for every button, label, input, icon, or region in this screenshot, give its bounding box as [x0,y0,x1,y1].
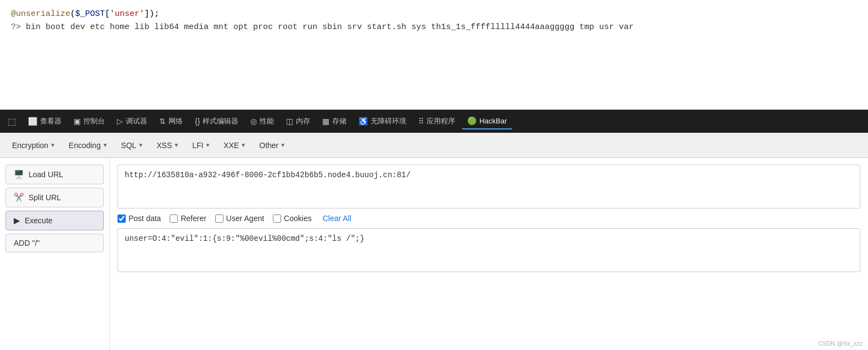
cookies-checkbox[interactable] [273,214,281,223]
devtools-nav-console[interactable]: ▣ 控制台 [68,113,110,129]
xxe-dropdown-arrow: ▼ [240,142,246,148]
url-input[interactable] [117,165,860,208]
lfi-dropdown-arrow: ▼ [205,142,210,148]
post-data-checkbox[interactable] [117,214,126,223]
xxe-dropdown[interactable]: XXE ▼ [218,139,251,152]
hackbar-toolbar: Encryption ▼ Encoding ▼ SQL ▼ XSS ▼ LFI … [0,133,868,158]
style-editor-icon: {} [195,117,200,126]
devtools-nav-storage[interactable]: ▦ 存储 [317,113,352,129]
network-icon: ⇅ [159,117,166,126]
console-icon: ▣ [74,117,81,126]
clear-all-link[interactable]: Clear All [323,214,351,223]
split-url-icon: ✂️ [14,193,24,202]
execute-button[interactable]: ▶ Execute [5,211,104,230]
load-url-icon: 🖥️ [14,170,24,179]
add-slash-button[interactable]: ADD "/" [5,234,104,252]
hackbar-icon: 🟢 [467,116,477,125]
checkboxes-row: Post data Referer User Agent Cookies Cle… [117,214,860,223]
post-data-input[interactable] [117,228,860,272]
accessibility-icon: ♿ [359,117,368,126]
execute-icon: ▶ [14,216,20,225]
xss-dropdown[interactable]: XSS ▼ [151,139,184,152]
load-url-button[interactable]: 🖥️ Load URL [5,165,104,184]
memory-icon: ◫ [286,117,293,126]
xss-dropdown-arrow: ▼ [173,142,179,148]
devtools-navbar: ⬚ ⬜ 查看器 ▣ 控制台 ▷ 调试器 ⇅ 网络 {} 样式编辑器 ◎ 性能 ◫… [0,110,868,133]
encoding-dropdown-arrow: ▼ [102,142,108,148]
code-output: bin boot dev etc home lib lib64 media mn… [26,22,634,32]
devtools-nav-accessibility[interactable]: ♿ 无障碍环境 [353,113,412,129]
other-dropdown-arrow: ▼ [280,142,285,148]
sql-dropdown-arrow: ▼ [138,142,143,148]
devtools-nav-debugger[interactable]: ▷ 调试器 [111,113,153,129]
application-icon: ⠿ [418,117,424,126]
code-line-2: ?> bin boot dev etc home lib lib64 media… [11,21,857,34]
referer-checkbox[interactable] [170,214,178,223]
devtools-nav-style-editor[interactable]: {} 样式编辑器 [189,113,244,129]
hackbar-content: Post data Referer User Agent Cookies Cle… [110,158,868,350]
viewer-icon: ⬜ [28,117,37,126]
code-func: @unserialize [11,9,70,19]
watermark: CSDN @Sx_zzz [818,340,863,347]
code-area: @unserialize($_POST['unser']); ?> bin bo… [0,0,868,110]
devtools-nav-application[interactable]: ⠿ 应用程序 [413,113,461,129]
encryption-dropdown-arrow: ▼ [50,142,55,148]
devtools-nav-hackbar[interactable]: 🟢 HackBar [462,113,512,129]
code-prompt: ?> [11,22,21,32]
referer-checkbox-item[interactable]: Referer [170,214,206,223]
storage-icon: ▦ [322,117,329,126]
split-url-button[interactable]: ✂️ Split URL [5,188,104,207]
user-agent-checkbox[interactable] [215,214,223,223]
hackbar-main: 🖥️ Load URL ✂️ Split URL ▶ Execute ADD "… [0,158,868,350]
encryption-dropdown[interactable]: Encryption ▼ [7,139,61,152]
cookies-checkbox-item[interactable]: Cookies [273,214,312,223]
devtools-nav-performance[interactable]: ◎ 性能 [245,113,279,129]
devtools-nav-viewer[interactable]: ⬜ 查看器 [23,113,67,129]
devtools-nav-network[interactable]: ⇅ 网络 [154,113,188,129]
sql-dropdown[interactable]: SQL ▼ [115,139,149,152]
hackbar-sidebar: 🖥️ Load URL ✂️ Split URL ▶ Execute ADD "… [0,158,110,350]
post-data-checkbox-item[interactable]: Post data [117,214,161,223]
performance-icon: ◎ [250,117,257,126]
debugger-icon: ▷ [117,117,123,126]
user-agent-checkbox-item[interactable]: User Agent [215,214,264,223]
code-line-1: @unserialize($_POST['unser']); [11,8,857,21]
other-dropdown[interactable]: Other ▼ [254,139,291,152]
encoding-dropdown[interactable]: Encoding ▼ [63,139,113,152]
lfi-dropdown[interactable]: LFI ▼ [187,139,216,152]
devtools-nav-memory[interactable]: ◫ 内存 [281,113,316,129]
devtools-nav-icon-item[interactable]: ⬚ [2,113,21,130]
